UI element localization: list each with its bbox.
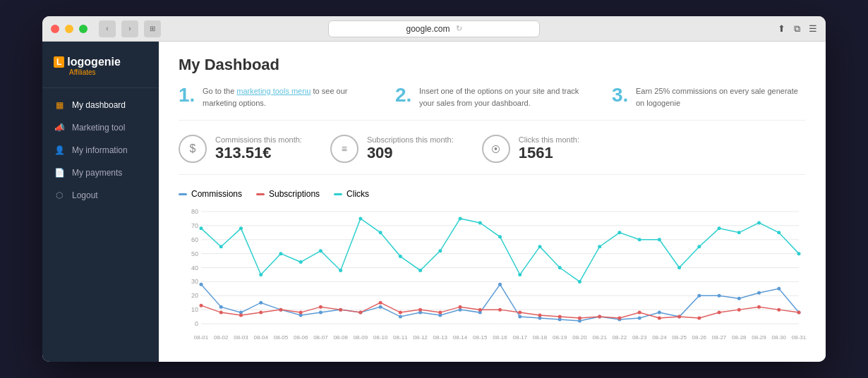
dollar-icon: $ bbox=[179, 135, 207, 163]
sidebar: L logogenie Affiliates ▦ My dashboard 📣 … bbox=[42, 42, 159, 362]
url-text: google.com bbox=[406, 24, 450, 34]
clicks-legend-dot bbox=[334, 193, 342, 195]
subscriptions-label: Subscriptions this month: bbox=[367, 135, 454, 144]
commissions-value: 313.51€ bbox=[215, 144, 302, 162]
reload-icon[interactable]: ↻ bbox=[456, 24, 462, 33]
sidebar-toggle-icon[interactable]: ☰ bbox=[809, 23, 817, 34]
grid-icon: ▦ bbox=[54, 99, 65, 111]
close-button[interactable] bbox=[51, 25, 59, 33]
browser-actions: ⬆ ⧉ ☰ bbox=[778, 23, 817, 35]
clicks-legend-label: Clicks bbox=[346, 189, 369, 199]
chart-section: Commissions Subscriptions Clicks bbox=[179, 189, 806, 343]
subscriptions-info: Subscriptions this month: 309 bbox=[367, 135, 454, 162]
step-1-text: Go to the marketing tools menu to see ou… bbox=[203, 85, 373, 109]
address-bar[interactable]: google.com ↻ bbox=[328, 20, 540, 37]
commissions-label: Commissions this month: bbox=[215, 135, 302, 144]
sidebar-item-marketing[interactable]: 📣 Marketing tool bbox=[42, 116, 159, 139]
logo: L logogenie bbox=[54, 56, 147, 68]
browser-nav: ‹ › ⊞ bbox=[99, 20, 161, 37]
titlebar: ‹ › ⊞ google.com ↻ ⬆ ⧉ ☰ bbox=[42, 16, 826, 42]
subscriptions-legend-label: Subscriptions bbox=[269, 189, 320, 199]
marketing-tools-link[interactable]: marketing tools menu bbox=[236, 87, 311, 95]
main-panel: My Dashboad 1. Go to the marketing tools… bbox=[159, 42, 826, 362]
subscriptions-value: 309 bbox=[367, 144, 454, 162]
clicks-label: Clicks this month: bbox=[519, 135, 579, 144]
step-1-number: 1. bbox=[179, 85, 195, 105]
logo-brand: logogenie bbox=[67, 56, 121, 68]
view-button[interactable]: ⊞ bbox=[144, 20, 161, 37]
clicks-info: Clicks this month: 1561 bbox=[519, 135, 579, 162]
back-button[interactable]: ‹ bbox=[99, 20, 116, 37]
legend-clicks: Clicks bbox=[334, 189, 369, 199]
sidebar-label-marketing: Marketing tool bbox=[72, 123, 125, 133]
stat-clicks: ⦿ Clicks this month: 1561 bbox=[482, 135, 579, 163]
chart-legend: Commissions Subscriptions Clicks bbox=[179, 189, 806, 199]
sidebar-item-dashboard[interactable]: ▦ My dashboard bbox=[42, 94, 159, 116]
page-title: My Dashboad bbox=[179, 56, 806, 74]
sidebar-label-dashboard: My dashboard bbox=[72, 100, 126, 110]
legend-subscriptions: Subscriptions bbox=[256, 189, 320, 199]
window-controls bbox=[51, 25, 88, 33]
step-2: 2. Insert one of the options on your sit… bbox=[395, 85, 589, 109]
file-icon: 📄 bbox=[54, 167, 65, 178]
logo-subtitle: Affiliates bbox=[69, 68, 147, 76]
step-3-number: 3. bbox=[612, 85, 629, 105]
step-2-number: 2. bbox=[395, 85, 412, 105]
commissions-info: Commissions this month: 313.51€ bbox=[215, 135, 302, 162]
mac-window: ‹ › ⊞ google.com ↻ ⬆ ⧉ ☰ L logogenie Aff… bbox=[42, 16, 826, 362]
megaphone-icon: 📣 bbox=[54, 122, 65, 133]
forward-button[interactable]: › bbox=[121, 20, 138, 37]
share-icon[interactable]: ⬆ bbox=[778, 23, 785, 34]
main-layout: L logogenie Affiliates ▦ My dashboard 📣 … bbox=[42, 42, 826, 362]
legend-commissions: Commissions bbox=[179, 189, 242, 199]
list-icon: ≡ bbox=[330, 135, 358, 163]
sidebar-item-payments[interactable]: 📄 My payments bbox=[42, 161, 159, 184]
subscriptions-legend-dot bbox=[256, 193, 265, 195]
clicks-value: 1561 bbox=[519, 144, 579, 162]
main-chart bbox=[179, 206, 806, 343]
step-1: 1. Go to the marketing tools menu to see… bbox=[179, 85, 373, 109]
person-icon: 👤 bbox=[54, 145, 65, 156]
logo-icon: L bbox=[54, 56, 64, 68]
sidebar-label-myinfo: My information bbox=[72, 145, 128, 155]
step-2-text: Insert one of the options on your site a… bbox=[419, 85, 589, 109]
stats-section: $ Commissions this month: 313.51€ ≡ Subs… bbox=[179, 135, 806, 175]
stat-commissions: $ Commissions this month: 313.51€ bbox=[179, 135, 302, 163]
duplicate-icon[interactable]: ⧉ bbox=[794, 23, 800, 35]
steps-section: 1. Go to the marketing tools menu to see… bbox=[179, 85, 806, 121]
step-3-text: Earn 25% commissions on every sale gener… bbox=[636, 85, 806, 109]
step-3: 3. Earn 25% commissions on every sale ge… bbox=[612, 85, 806, 109]
commissions-legend-dot bbox=[179, 193, 187, 195]
logo-area: L logogenie Affiliates bbox=[42, 50, 159, 88]
chart-canvas-container bbox=[179, 206, 806, 343]
sidebar-item-myinfo[interactable]: 👤 My information bbox=[42, 139, 159, 161]
cursor-icon: ⦿ bbox=[482, 135, 510, 163]
stat-subscriptions: ≡ Subscriptions this month: 309 bbox=[330, 135, 454, 163]
commissions-legend-label: Commissions bbox=[191, 189, 242, 199]
logout-icon: ⬡ bbox=[54, 190, 65, 201]
sidebar-label-payments: My payments bbox=[72, 168, 122, 178]
sidebar-item-logout[interactable]: ⬡ Logout bbox=[42, 184, 159, 207]
maximize-button[interactable] bbox=[79, 25, 88, 33]
sidebar-label-logout: Logout bbox=[72, 190, 98, 200]
minimize-button[interactable] bbox=[65, 25, 73, 33]
